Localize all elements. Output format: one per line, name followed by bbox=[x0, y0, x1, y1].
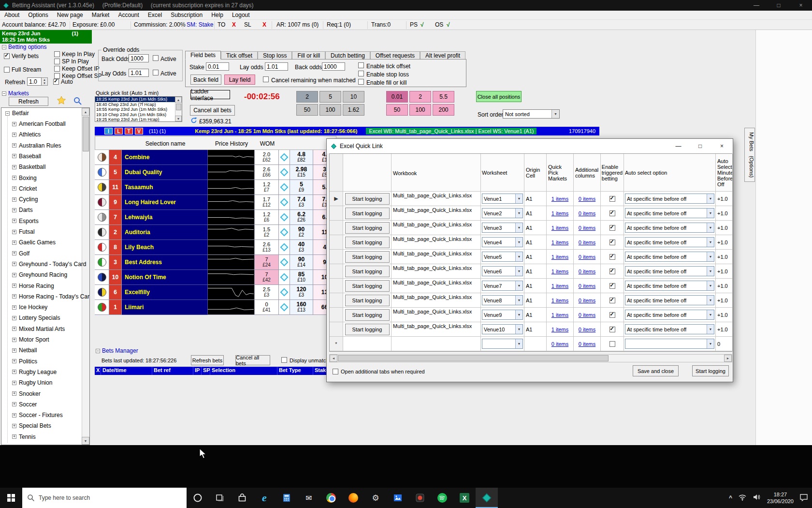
selection-name[interactable]: Liimari bbox=[122, 300, 208, 315]
back-odds-active-checkbox[interactable] bbox=[153, 55, 159, 61]
view-tab-v[interactable]: V bbox=[135, 128, 143, 134]
worksheet-select[interactable]: Venue3 bbox=[482, 223, 523, 233]
selection-name[interactable]: Tasaamuh bbox=[122, 180, 208, 195]
markets-refresh-button[interactable]: Refresh bbox=[9, 97, 48, 106]
wom-cell[interactable]: 1.2£7 bbox=[255, 180, 279, 195]
selection-name[interactable]: Auditoria bbox=[122, 225, 208, 240]
taskbar-clock[interactable]: 18:27 23/06/2020 bbox=[767, 491, 794, 505]
scrollbar-thumb[interactable] bbox=[83, 117, 89, 151]
auto-select-option[interactable]: At specific time before off bbox=[625, 252, 714, 262]
enable-triggered-checkbox[interactable] bbox=[609, 254, 615, 260]
expand-icon[interactable]: + bbox=[12, 424, 16, 428]
chevron-down-icon[interactable] bbox=[515, 310, 522, 319]
enable-triggered-checkbox[interactable] bbox=[609, 239, 615, 245]
wom-cell[interactable]: 2.6£66 bbox=[255, 165, 279, 180]
additional-columns-link[interactable]: 0 items bbox=[579, 225, 595, 231]
auto-refresh-checkbox[interactable] bbox=[53, 79, 59, 85]
tree-root-betfair[interactable]: − Betfair bbox=[5, 110, 29, 117]
tree-item-soccer-fixtures[interactable]: +Soccer - Fixtures bbox=[12, 412, 63, 418]
ladder-interface-button[interactable]: Ladder interface bbox=[190, 90, 230, 99]
edge-icon[interactable]: e bbox=[253, 488, 276, 508]
dialog-start-logging-button[interactable]: Start logging bbox=[692, 365, 729, 376]
start-logging-button[interactable]: Start logging bbox=[345, 193, 390, 205]
expand-icon[interactable]: + bbox=[12, 240, 16, 245]
wom-cell[interactable]: 7£42 bbox=[255, 270, 279, 285]
scroll-down-icon[interactable]: ▼ bbox=[82, 437, 89, 445]
chevron-down-icon[interactable] bbox=[707, 339, 714, 348]
quick-pick-item[interactable]: 18:40 Chep 23rd Jun (7f Hcap) bbox=[95, 102, 182, 107]
worksheet-select[interactable]: Venue5 bbox=[482, 252, 523, 262]
bm-cancel-all-bets-button[interactable]: Cancel all bets bbox=[235, 355, 270, 365]
expand-icon[interactable]: + bbox=[12, 413, 16, 418]
dialog-horizontal-scrollbar[interactable]: ◄ ► bbox=[329, 354, 732, 362]
media-icon[interactable] bbox=[409, 488, 431, 508]
additional-columns-link[interactable]: 0 items bbox=[579, 341, 595, 347]
chevron-down-icon[interactable] bbox=[707, 238, 714, 247]
auto-select-option[interactable]: At specific time before off bbox=[625, 295, 714, 305]
auto-select-option[interactable]: At specific time before off bbox=[625, 266, 714, 276]
collapse-icon[interactable]: − bbox=[2, 91, 6, 96]
back-price-cell[interactable]: 90£2 bbox=[290, 225, 313, 240]
mail-icon[interactable]: ✉ bbox=[298, 488, 320, 508]
expand-icon[interactable]: + bbox=[12, 273, 16, 277]
tab-alt-level-profit[interactable]: Alt level profit bbox=[420, 51, 465, 60]
menu-new-page[interactable]: New page bbox=[53, 11, 87, 19]
wom-cell[interactable]: 7£24 bbox=[255, 255, 279, 270]
start-logging-button[interactable]: Start logging bbox=[345, 208, 390, 219]
menu-market[interactable]: Market bbox=[87, 11, 114, 19]
save-and-close-button[interactable]: Save and close bbox=[633, 365, 679, 376]
additional-columns-link[interactable]: 0 items bbox=[579, 298, 595, 303]
wom-cell[interactable]: 2.0£62 bbox=[255, 150, 279, 165]
firefox-icon[interactable] bbox=[342, 488, 364, 508]
additional-columns-link[interactable]: 0 items bbox=[579, 327, 595, 332]
volume-icon[interactable] bbox=[753, 493, 761, 502]
lay-stake-5.5[interactable]: 5.5 bbox=[433, 91, 454, 103]
tab-tick-offset[interactable]: Tick offset bbox=[221, 51, 258, 60]
maximize-icon[interactable]: □ bbox=[768, 0, 790, 11]
start-logging-button[interactable]: Start logging bbox=[345, 237, 390, 248]
enable-triggered-checkbox[interactable] bbox=[609, 341, 615, 347]
full-stream-checkbox[interactable] bbox=[4, 67, 10, 73]
back-price-cell[interactable]: 40£3 bbox=[290, 240, 313, 255]
view-tab-l[interactable]: L bbox=[115, 128, 123, 134]
tree-item-rugby-league[interactable]: +Rugby League bbox=[12, 369, 57, 375]
start-logging-button[interactable]: Start logging bbox=[345, 251, 390, 263]
tree-item-basketball[interactable]: +Basketball bbox=[12, 164, 45, 170]
tree-item-politics[interactable]: +Politics bbox=[12, 358, 37, 365]
quick-pick-markets-link[interactable]: 1 items bbox=[551, 298, 568, 303]
auto-select-option[interactable] bbox=[625, 339, 714, 349]
fb-lay-odds-input[interactable]: 1.01 bbox=[265, 62, 288, 71]
status-stake-mode[interactable]: SM: Stake bbox=[187, 21, 213, 28]
calculator-icon[interactable] bbox=[276, 488, 298, 508]
minimize-icon[interactable]: — bbox=[667, 139, 689, 153]
quick-pick-scrollbar[interactable]: ▲ ▼ bbox=[175, 97, 182, 121]
tree-item-horse-racing-today-s-car[interactable]: +Horse Racing - Today's Car bbox=[12, 293, 89, 300]
chevron-down-icon[interactable] bbox=[515, 194, 522, 203]
expand-icon[interactable]: + bbox=[12, 370, 16, 374]
menu-options[interactable]: Options bbox=[24, 11, 52, 19]
expand-icon[interactable]: + bbox=[12, 434, 16, 439]
expand-icon[interactable]: + bbox=[12, 338, 16, 342]
additional-columns-link[interactable]: 0 items bbox=[579, 269, 595, 274]
additional-columns-link[interactable]: 0 items bbox=[579, 196, 595, 202]
chevron-down-icon[interactable] bbox=[515, 296, 522, 305]
chevron-down-icon[interactable] bbox=[515, 238, 522, 247]
worksheet-select[interactable]: Venue10 bbox=[482, 324, 523, 334]
tab-fill-or-kill[interactable]: Fill or kill bbox=[292, 51, 325, 60]
back-price-cell[interactable]: 85£10 bbox=[290, 270, 313, 285]
notification-center-icon[interactable] bbox=[799, 493, 808, 503]
back-price-cell[interactable]: 7.4£3 bbox=[290, 195, 313, 210]
tree-item-golf[interactable]: +Golf bbox=[12, 250, 29, 257]
lay-stake-0.01[interactable]: 0.01 bbox=[386, 91, 408, 103]
collapse-icon[interactable]: − bbox=[2, 45, 6, 49]
tree-item-netball[interactable]: +Netball bbox=[12, 347, 37, 354]
network-icon[interactable] bbox=[738, 493, 747, 502]
lay-stake-200[interactable]: 200 bbox=[433, 104, 454, 116]
auto-select-option[interactable]: At specific time before off bbox=[625, 223, 714, 233]
tree-item-horse-racing[interactable]: +Horse Racing bbox=[12, 283, 54, 289]
expand-icon[interactable]: + bbox=[12, 402, 16, 406]
back-stake-100[interactable]: 100 bbox=[319, 104, 341, 116]
expand-icon[interactable]: + bbox=[12, 294, 16, 299]
additional-columns-link[interactable]: 0 items bbox=[579, 254, 595, 260]
scroll-up-icon[interactable]: ▲ bbox=[175, 97, 182, 103]
